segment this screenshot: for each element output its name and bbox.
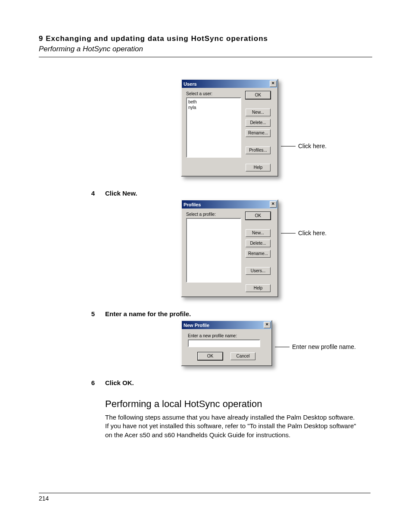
profiles-titlebar: Profiles ✕: [182, 200, 277, 208]
close-icon[interactable]: ✕: [270, 81, 277, 87]
new-profile-title: New Profile: [184, 323, 209, 328]
page-number: 214: [39, 493, 371, 502]
users-listbox[interactable]: beth nyla: [186, 97, 241, 158]
step-number: 6: [39, 379, 105, 386]
profiles-listbox[interactable]: [186, 218, 241, 283]
profile-name-input[interactable]: [188, 339, 260, 347]
callout-line: [281, 146, 296, 146]
users-button[interactable]: Users...: [246, 267, 271, 275]
new-profile-callout: Enter new profile name.: [275, 343, 356, 350]
users-callout: Click here.: [281, 143, 327, 149]
new-profile-dialog: New Profile ✕ Enter a new profile name: …: [181, 320, 272, 366]
callout-label: Enter new profile name.: [292, 343, 356, 350]
rename-button[interactable]: Rename...: [246, 129, 271, 137]
callout-line: [281, 233, 296, 233]
list-item[interactable]: beth: [188, 99, 239, 105]
ok-button[interactable]: OK: [198, 352, 223, 360]
section-title: Performing a HotSync operation: [39, 45, 372, 53]
callout-label: Click here.: [298, 143, 327, 149]
list-item[interactable]: nyla: [188, 105, 239, 110]
delete-button[interactable]: Delete...: [246, 240, 271, 247]
body-paragraph: The following steps assume that you have…: [105, 413, 359, 439]
callout-line: [275, 347, 290, 347]
close-icon[interactable]: ✕: [270, 201, 277, 208]
ok-button[interactable]: OK: [246, 91, 271, 99]
users-titlebar: Users ✕: [182, 80, 277, 88]
profiles-button[interactable]: Profiles...: [246, 146, 271, 154]
profiles-dialog: Profiles ✕ Select a profile: OK New... D…: [181, 199, 278, 297]
step-text: Enter a name for the profile.: [105, 310, 191, 317]
users-dialog: Users ✕ Select a user: beth nyla OK New.…: [181, 79, 278, 177]
new-profile-titlebar: New Profile ✕: [182, 321, 271, 329]
rename-button[interactable]: Rename...: [246, 250, 271, 258]
subsection-heading: Performing a local HotSync operation: [105, 398, 372, 410]
step-number: 4: [39, 190, 105, 197]
new-button[interactable]: New...: [246, 229, 271, 237]
users-title: Users: [184, 81, 197, 87]
close-icon[interactable]: ✕: [264, 322, 271, 328]
new-profile-prompt: Enter a new profile name:: [188, 333, 265, 338]
callout-label: Click here.: [298, 230, 327, 236]
chapter-title: 9 Exchanging and updating data using Hot…: [39, 34, 372, 43]
help-button[interactable]: Help: [246, 164, 271, 171]
step-number: 5: [39, 310, 105, 317]
new-button[interactable]: New...: [246, 109, 271, 116]
step-text: Click OK.: [105, 379, 134, 386]
cancel-button[interactable]: Cancel: [230, 352, 255, 360]
delete-button[interactable]: Delete...: [246, 119, 271, 127]
step-text: Click New.: [105, 190, 137, 197]
help-button[interactable]: Help: [246, 284, 271, 292]
header-rule: [39, 57, 372, 57]
ok-button[interactable]: OK: [246, 212, 271, 220]
profiles-prompt: Select a profile:: [186, 212, 241, 217]
profiles-title: Profiles: [184, 202, 201, 207]
users-prompt: Select a user:: [186, 91, 241, 96]
profiles-callout: Click here.: [281, 230, 327, 236]
